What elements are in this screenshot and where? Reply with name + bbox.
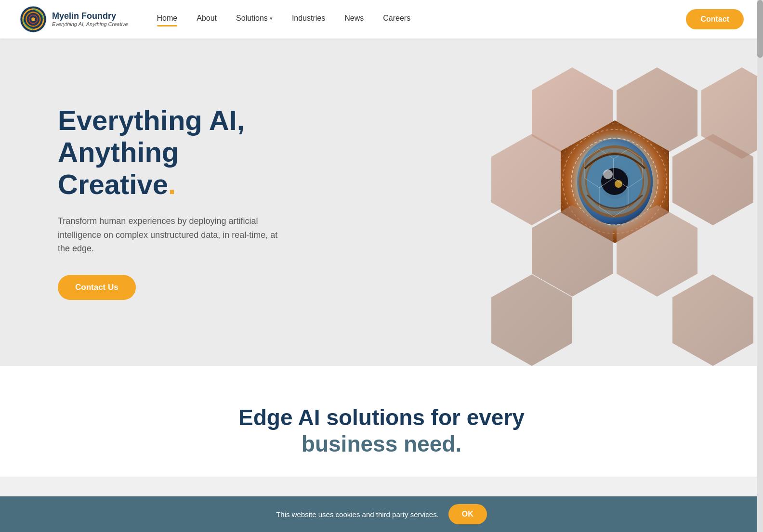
nav-news[interactable]: News bbox=[344, 14, 364, 25]
nav-industries[interactable]: Industries bbox=[292, 14, 325, 25]
scrollbar-thumb[interactable] bbox=[757, 0, 763, 58]
hex-grid bbox=[464, 58, 763, 347]
logo-icon bbox=[19, 5, 47, 33]
hero-title-line1: Everything AI, Anything bbox=[58, 104, 245, 168]
nav-about[interactable]: About bbox=[197, 14, 217, 25]
hero-subtitle: Transform human experiences by deploying… bbox=[58, 214, 289, 256]
hero-section: Everything AI, Anything Creative. Transf… bbox=[0, 39, 763, 366]
section2: Edge AI solutions for every business nee… bbox=[0, 366, 763, 477]
navbar: Myelin Foundry Everything AI, Anything C… bbox=[0, 0, 763, 39]
nav-solutions[interactable]: Solutions ▾ bbox=[236, 14, 273, 25]
brand-tagline: Everything AI, Anything Creative bbox=[52, 21, 128, 27]
svg-point-9 bbox=[603, 169, 613, 179]
section2-title-line2: business need. bbox=[302, 431, 461, 456]
hero-cta-button[interactable]: Contact Us bbox=[58, 275, 136, 300]
logo-text: Myelin Foundry Everything AI, Anything C… bbox=[52, 12, 128, 27]
brand-name: Myelin Foundry bbox=[52, 12, 128, 21]
hero-content: Everything AI, Anything Creative. Transf… bbox=[58, 104, 328, 300]
svg-point-4 bbox=[31, 17, 35, 21]
nav-careers[interactable]: Careers bbox=[383, 14, 410, 25]
section2-title-line1: Edge AI solutions for every bbox=[238, 405, 525, 430]
hex-8 bbox=[672, 274, 753, 366]
nav-links: Home About Solutions ▾ Industries News C… bbox=[157, 14, 686, 25]
hero-title-dot: . bbox=[168, 169, 176, 200]
chevron-down-icon: ▾ bbox=[270, 15, 273, 22]
nav-home[interactable]: Home bbox=[157, 14, 178, 25]
scrollbar[interactable] bbox=[757, 0, 763, 477]
hero-image bbox=[464, 58, 763, 347]
nav-contact-button[interactable]: Contact bbox=[686, 9, 744, 29]
hero-title: Everything AI, Anything Creative. bbox=[58, 104, 328, 201]
hero-title-line2: Creative bbox=[58, 169, 168, 200]
section2-title: Edge AI solutions for every business nee… bbox=[19, 404, 744, 457]
logo-link[interactable]: Myelin Foundry Everything AI, Anything C… bbox=[19, 5, 128, 33]
nav-solutions-label: Solutions bbox=[236, 14, 268, 23]
